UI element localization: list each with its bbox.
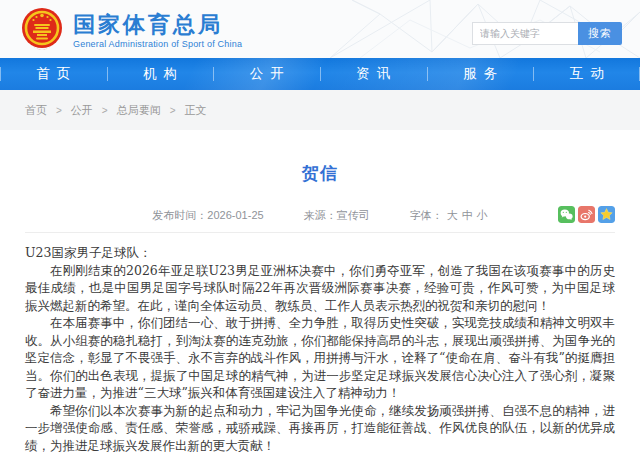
- site-header: 国家体育总局 General Administration of Sport o…: [0, 0, 640, 58]
- qzone-share-icon[interactable]: [598, 206, 615, 223]
- article: 贺信 发布时间：2026-01-25 来源：宣传司 字体：大中小: [0, 162, 640, 462]
- nav-item-organization[interactable]: 机构: [107, 58, 214, 90]
- breadcrumb-section-news[interactable]: 总局要闻: [117, 103, 161, 118]
- national-emblem-logo: [20, 7, 64, 53]
- search-button[interactable]: 搜索: [578, 22, 622, 45]
- article-salutation: U23国家男子足球队：: [25, 244, 615, 262]
- wechat-share-icon[interactable]: [558, 206, 575, 223]
- nav-item-services[interactable]: 服务: [427, 58, 534, 90]
- font-size-control: 字体：大中小: [410, 206, 488, 224]
- article-meta: 发布时间：2026-01-25 来源：宣传司 字体：大中小: [25, 206, 615, 224]
- nav-item-disclosure[interactable]: 公开: [213, 58, 320, 90]
- publish-date-value: 2026-01-25: [207, 209, 263, 221]
- nav-item-news[interactable]: 资讯: [320, 58, 427, 90]
- breadcrumb-separator: >: [170, 105, 176, 116]
- breadcrumb-home[interactable]: 首页: [25, 103, 47, 118]
- source-label: 来源：: [304, 209, 337, 221]
- breadcrumb: 首页 > 公开 > 总局要闻 > 正文: [0, 90, 640, 130]
- source-value: 宣传司: [337, 209, 370, 221]
- site-brand[interactable]: 国家体育总局 General Administration of Sport o…: [20, 7, 242, 53]
- font-size-small-button[interactable]: 小: [477, 209, 488, 221]
- font-size-medium-button[interactable]: 中: [462, 209, 473, 221]
- breadcrumb-separator: >: [102, 105, 108, 116]
- breadcrumb-current: 正文: [185, 103, 207, 118]
- breadcrumb-disclosure[interactable]: 公开: [71, 103, 93, 118]
- article-source: 来源：宣传司: [304, 206, 370, 224]
- weibo-share-icon[interactable]: [578, 206, 595, 223]
- article-paragraph: 希望你们以本次赛事为新的起点和动力，牢记为国争光使命，继续发扬顽强拼搏、自强不息…: [25, 402, 615, 455]
- main-nav: 首页 机构 公开 资讯 服务 互动: [0, 58, 640, 90]
- search-bar: 搜索: [472, 22, 622, 45]
- publish-date: 发布时间：2026-01-25: [152, 206, 263, 224]
- article-title: 贺信: [25, 162, 615, 185]
- article-paragraph: 在本届赛事中，你们团结一心、敢于拼搏、全力争胜，取得历史性突破，实现竞技成绩和精…: [25, 314, 615, 402]
- article-body: U23国家男子足球队： 在刚刚结束的2026年亚足联U23男足亚洲杯决赛中，你们…: [25, 244, 615, 462]
- site-brand-text: 国家体育总局 General Administration of Sport o…: [73, 12, 242, 49]
- article-meta-group: 发布时间：2026-01-25 来源：宣传司 字体：大中小: [25, 206, 615, 224]
- site-name: 国家体育总局: [73, 12, 242, 38]
- article-paragraph: 在刚刚结束的2026年亚足联U23男足亚洲杯决赛中，你们勇夺亚军，创造了我国在该…: [25, 262, 615, 315]
- share-buttons: [558, 206, 615, 223]
- publish-date-label: 发布时间：: [152, 209, 207, 221]
- font-size-label: 字体：: [410, 209, 443, 221]
- font-size-large-button[interactable]: 大: [447, 209, 458, 221]
- search-input[interactable]: [472, 22, 578, 45]
- site-name-english: General Administration of Sport of China: [73, 39, 242, 49]
- page: 国家体育总局 General Administration of Sport o…: [0, 0, 640, 462]
- nav-item-interaction[interactable]: 互动: [533, 58, 640, 90]
- nav-item-home[interactable]: 首页: [0, 58, 107, 90]
- meta-divider: [25, 232, 615, 233]
- breadcrumb-separator: >: [56, 105, 62, 116]
